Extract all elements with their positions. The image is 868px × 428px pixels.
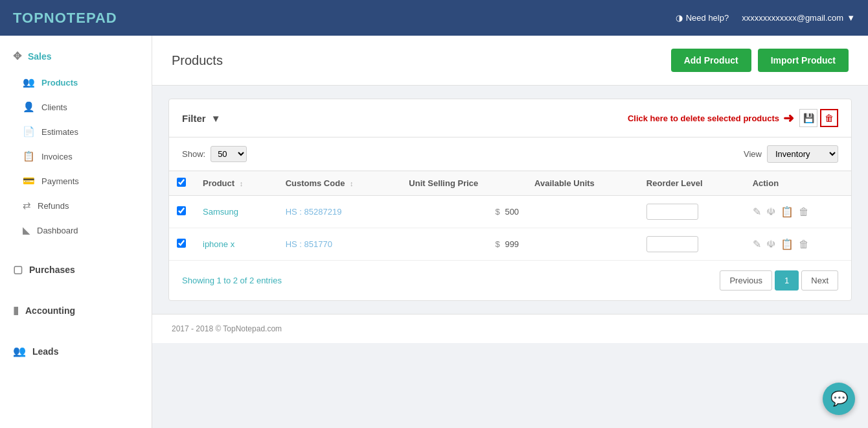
sidebar-dashboard-label: Dashboard	[37, 226, 78, 235]
sidebar-estimates-label: Estimates	[41, 127, 78, 137]
sidebar-leads-title[interactable]: 👥 Leads	[0, 337, 152, 365]
products-icon: 👥	[23, 77, 35, 88]
col-action: Action	[745, 171, 851, 196]
sidebar-sales-label: Sales	[28, 51, 52, 62]
entries-info: Showing 1 to 2 of 2 entries	[182, 276, 282, 285]
row2-delete-icon[interactable]: 🗑	[799, 239, 809, 250]
sidebar-invoices-label: Invoices	[41, 152, 73, 161]
row1-customs-cell: HS : 85287219	[278, 196, 402, 228]
sidebar-products-label: Products	[41, 78, 78, 88]
row2-customs-cell: HS : 851770	[278, 228, 402, 261]
row1-reorder-input[interactable]	[646, 204, 698, 220]
accounting-icon: ▮	[13, 304, 19, 316]
row2-copy-icon[interactable]: 📋	[781, 238, 794, 250]
purchases-icon: ▢	[13, 263, 23, 276]
row2-edit-icon[interactable]: ✎	[753, 238, 761, 250]
row1-checkbox[interactable]	[177, 206, 186, 215]
select-all-checkbox[interactable]	[177, 178, 186, 187]
row2-hs-code: HS : 851770	[286, 239, 332, 249]
table-row: iphone x HS : 851770 $ 999	[169, 228, 851, 261]
sidebar-item-dashboard[interactable]: ◣ Dashboard	[0, 218, 152, 243]
chat-bubble-button[interactable]: 💬	[823, 383, 855, 415]
row1-checkbox-cell	[169, 196, 195, 228]
sidebar-purchases-label: Purchases	[29, 265, 75, 275]
email-text: xxxxxxxxxxxxx@gmail.com	[742, 13, 843, 23]
sidebar-refunds-label: Refunds	[38, 201, 69, 211]
logo-notepad: Notepad	[44, 10, 117, 26]
table-row: Samsung HS : 85287219 $ 500	[169, 196, 851, 228]
row1-price: 500	[505, 207, 519, 217]
add-product-button[interactable]: Add Product	[671, 49, 751, 72]
row2-action-icons: ✎ ☫ 📋 🗑	[753, 238, 843, 250]
leads-icon: 👥	[13, 345, 26, 357]
row2-currency: $	[496, 239, 500, 249]
app-header: TopNotepad ◑ Need help? xxxxxxxxxxxxx@gm…	[0, 0, 868, 36]
col-reorder-level: Reorder Level	[639, 171, 745, 196]
arrow-icon: ➜	[783, 110, 794, 126]
dashboard-icon: ◣	[23, 224, 30, 236]
sidebar-item-refunds[interactable]: ⇄ Refunds	[0, 193, 152, 218]
chevron-down-icon: ▼	[847, 13, 855, 23]
chat-icon: 💬	[830, 390, 848, 407]
sidebar-item-invoices[interactable]: 📋 Invoices	[0, 144, 152, 169]
previous-button[interactable]: Previous	[720, 270, 772, 291]
delete-hint: Click here to delete selected products ➜	[628, 110, 794, 126]
sidebar-item-payments[interactable]: 💳 Payments	[0, 169, 152, 193]
row2-reorder-input[interactable]	[646, 236, 698, 252]
sidebar-accounting-title[interactable]: ▮ Accounting	[0, 296, 152, 324]
toolbar-row: Show: 50 25 100 View Inventory Standard	[169, 137, 851, 171]
row2-product-link[interactable]: iphone x	[203, 239, 234, 249]
products-table: Product ↕ Customs Code ↕ Unit Selling Pr…	[169, 171, 851, 261]
row1-cart-icon[interactable]: ☫	[766, 206, 775, 218]
view-group: View Inventory Standard	[744, 145, 838, 163]
row2-product-cell: iphone x	[195, 228, 278, 261]
footer: 2017 - 2018 © TopNotepad.com	[152, 314, 868, 343]
row2-checkbox[interactable]	[177, 239, 186, 248]
export-icon-button[interactable]: 💾	[799, 109, 817, 127]
filter-icon: ▼	[211, 113, 221, 124]
col-customs-code[interactable]: Customs Code ↕	[278, 171, 402, 196]
sidebar-accounting-label: Accounting	[25, 305, 75, 316]
delete-btn-area: 💾 🗑	[799, 109, 838, 127]
view-select[interactable]: Inventory Standard	[767, 145, 838, 163]
sidebar-item-estimates[interactable]: 📄 Estimates	[0, 119, 152, 144]
row2-action-cell: ✎ ☫ 📋 🗑	[745, 228, 851, 261]
page-actions: Add Product Import Product	[671, 49, 849, 72]
col-product[interactable]: Product ↕	[195, 171, 278, 196]
sidebar-item-products[interactable]: 👥 Products	[0, 70, 152, 95]
row1-product-link[interactable]: Samsung	[203, 207, 238, 217]
help-icon: ◑	[676, 13, 683, 23]
user-email-dropdown[interactable]: xxxxxxxxxxxxx@gmail.com ▼	[742, 13, 855, 23]
products-table-wrap: Product ↕ Customs Code ↕ Unit Selling Pr…	[169, 171, 851, 261]
sort-customs-icon: ↕	[350, 180, 354, 187]
next-button[interactable]: Next	[801, 270, 838, 291]
header-right: ◑ Need help? xxxxxxxxxxxxx@gmail.com ▼	[676, 13, 855, 23]
row2-checkbox-cell	[169, 228, 195, 261]
content-area: Filter ▼ Click here to delete selected p…	[152, 86, 868, 314]
sidebar-purchases-section: ▢ Purchases	[0, 249, 152, 290]
logo: TopNotepad	[13, 10, 117, 27]
row2-cart-icon[interactable]: ☫	[766, 238, 775, 250]
col-customs-label: Customs Code	[286, 178, 345, 188]
sidebar-leads-label: Leads	[32, 346, 58, 357]
payments-icon: 💳	[23, 175, 35, 187]
help-label: Need help?	[686, 13, 729, 23]
sidebar-item-clients[interactable]: 👤 Clients	[0, 95, 152, 119]
row1-edit-icon[interactable]: ✎	[753, 206, 761, 218]
products-card: Filter ▼ Click here to delete selected p…	[168, 99, 852, 301]
import-product-button[interactable]: Import Product	[758, 49, 849, 72]
row1-copy-icon[interactable]: 📋	[781, 206, 794, 218]
page-title: Products	[172, 53, 223, 68]
delete-selected-button[interactable]: 🗑	[820, 109, 838, 127]
main-layout: ✥ Sales 👥 Products 👤 Clients 📄 Estimates…	[0, 36, 868, 428]
row1-hs-code: HS : 85287219	[286, 207, 342, 217]
sidebar-purchases-title[interactable]: ▢ Purchases	[0, 256, 152, 283]
sidebar-leads-section: 👥 Leads	[0, 331, 152, 372]
show-select[interactable]: 50 25 100	[211, 146, 247, 162]
page-1-button[interactable]: 1	[775, 270, 799, 291]
need-help-button[interactable]: ◑ Need help?	[676, 13, 729, 23]
sidebar-sales-title[interactable]: ✥ Sales	[0, 42, 152, 70]
invoices-icon: 📋	[23, 150, 35, 162]
row1-delete-icon[interactable]: 🗑	[799, 206, 809, 218]
pagination: Previous 1 Next	[720, 270, 838, 291]
